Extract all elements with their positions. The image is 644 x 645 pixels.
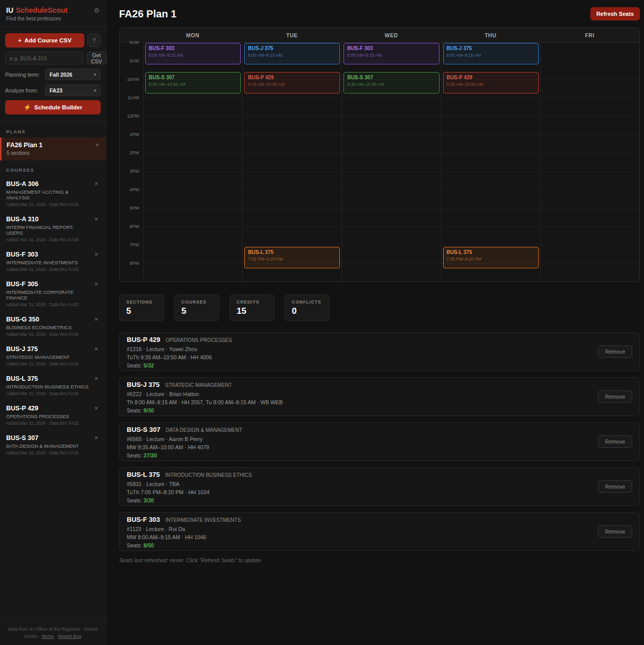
event-time: 7:05 PM–8:20 PM (248, 257, 336, 262)
sidebar: IU ScheduleScout ⚙ Find the best profess… (0, 0, 106, 645)
close-icon[interactable]: × (93, 345, 100, 352)
seats-value: 3/30 (144, 497, 154, 503)
course-code: BUS-L 375 (6, 375, 90, 382)
calendar-event-bus-f-303[interactable]: BUS-F 3038:00 AM–9:15 AM (145, 43, 241, 64)
settings-gear-icon[interactable]: ⚙ (94, 7, 100, 14)
refresh-seats-button[interactable]: Refresh Seats (590, 7, 640, 20)
close-icon[interactable]: × (93, 251, 100, 258)
course-list: BUS-A 306 MANAGEMENT ACCTING & ANALYSIS … (0, 176, 106, 459)
section-meeting: MW 8:00 AM–9:15 AM · HH 1046 (127, 534, 598, 540)
planning-term-select[interactable]: Fall 2026 ▾ (45, 68, 101, 80)
section-meeting: Th 8:00 AM–9:15 AM · HH 2057, Tu 8:00 AM… (127, 399, 598, 405)
course-list-item[interactable]: BUS-J 375 STRATEGIC MANAGEMENT Added Mar… (0, 341, 106, 371)
time-label: 9AM (129, 58, 139, 63)
calendar-event-bus-f-303[interactable]: BUS-F 3038:00 AM–9:15 AM (343, 43, 439, 64)
calendar-event-bus-j-375[interactable]: BUS-J 3758:00 AM–9:15 AM (443, 43, 539, 64)
course-title: BUSINESS ECONOMETRICS (6, 325, 90, 330)
course-list-item[interactable]: BUS-S 307 DATA DESIGN & MANAGEMENT Added… (0, 430, 106, 459)
course-meta: Added Mar 31, 2026 · Data thru FA25 (6, 421, 90, 426)
stat-label: SECTIONS (126, 300, 157, 305)
stat-label: COURSES (181, 300, 212, 305)
section-course-title: INTRODUCTION BUSINESS ETHICS (165, 472, 251, 478)
stat-card: CONFLICTS 0 (285, 294, 330, 321)
course-list-item[interactable]: BUS-A 306 MANAGEMENT ACCTING & ANALYSIS … (0, 176, 106, 211)
close-icon[interactable]: × (93, 216, 100, 222)
calendar-event-bus-p-429[interactable]: BUS-P 4299:35 AM–10:50 AM (443, 72, 539, 94)
schedule-builder-label: Schedule Builder (34, 104, 82, 110)
seats-label: Seats: (127, 407, 142, 413)
analyze-from-value: FA23 (50, 87, 94, 94)
time-label: 12PM (127, 113, 139, 119)
close-icon[interactable]: × (93, 405, 100, 411)
section-course-code: BUS-L 375 (127, 471, 160, 478)
close-icon[interactable]: × (94, 142, 101, 148)
calendar-event-bus-s-307[interactable]: BUS-S 3079:35 AM–10:50 AM (343, 72, 439, 94)
close-icon[interactable]: × (93, 281, 100, 287)
day-header-fri: FRI (540, 28, 639, 42)
main-content: FA26 Plan 1 Refresh Seats MONTUEWEDTHUFR… (106, 0, 644, 645)
event-course-code: BUS-L 375 (248, 249, 336, 255)
seats-value: 8/50 (144, 542, 154, 548)
remove-section-button[interactable]: Remove (598, 390, 632, 403)
lightning-bolt-icon: ⚡ (24, 104, 31, 111)
seats-refresh-note: Seats last refreshed: never. Click "Refr… (119, 557, 640, 563)
seats-label: Seats: (127, 452, 142, 458)
get-csv-button[interactable]: Get CSV (86, 52, 107, 64)
calendar-event-bus-j-375[interactable]: BUS-J 3758:00 AM–9:15 AM (244, 43, 340, 64)
stat-value: 0 (292, 306, 323, 316)
plan-name: FA26 Plan 1 (7, 142, 94, 149)
analyze-from-label: Analyze from: (5, 87, 42, 94)
course-code: BUS-F 303 (6, 251, 90, 258)
time-label: 1PM (129, 132, 139, 137)
calendar-event-bus-s-307[interactable]: BUS-S 3079:35 AM–10:50 AM (145, 72, 241, 94)
course-meta: Added Mar 31, 2026 · Data thru FA25 (6, 267, 90, 272)
event-course-code: BUS-P 429 (447, 75, 535, 80)
section-card: BUS-L 375 INTRODUCTION BUSINESS ETHICS #… (119, 467, 640, 506)
stat-card: SECTIONS 5 (119, 294, 164, 321)
remove-section-button[interactable]: Remove (598, 525, 632, 538)
section-course-code: BUS-S 307 (127, 426, 160, 433)
event-course-code: BUS-J 375 (447, 45, 535, 51)
day-column-mon: BUS-F 3038:00 AM–9:15 AMBUS-S 3079:35 AM… (143, 42, 242, 282)
plan-item-fa26-plan-1[interactable]: FA26 Plan 1 5 sections × (0, 137, 106, 160)
event-time: 9:35 AM–10:50 AM (248, 82, 336, 87)
course-list-item[interactable]: BUS-L 375 INTRODUCTION BUSINESS ETHICS A… (0, 371, 106, 400)
terms-link[interactable]: Terms (41, 634, 54, 639)
chevron-down-icon: ▾ (94, 72, 96, 77)
course-search-input[interactable] (5, 52, 83, 64)
remove-section-button[interactable]: Remove (598, 435, 632, 448)
day-column-thu: BUS-J 3758:00 AM–9:15 AMBUS-P 4299:35 AM… (441, 42, 540, 282)
event-time: 8:00 AM–9:15 AM (149, 53, 237, 58)
sidebar-controls: +Add Course CSV ? Get CSV Planning term:… (0, 27, 106, 122)
help-button[interactable]: ? (87, 34, 101, 47)
time-label: 3PM (129, 169, 139, 174)
course-code: BUS-J 375 (6, 345, 90, 353)
course-list-item[interactable]: BUS-P 429 OPERATIONS PROCESSES Added Mar… (0, 400, 106, 430)
close-icon[interactable]: × (93, 375, 100, 382)
event-time: 9:35 AM–10:50 AM (347, 82, 435, 87)
event-course-code: BUS-J 375 (248, 45, 336, 51)
stat-card: COURSES 5 (174, 294, 219, 321)
schedule-builder-button[interactable]: ⚡Schedule Builder (5, 100, 101, 114)
course-list-item[interactable]: BUS-G 350 BUSINESS ECONOMETRICS Added Ma… (0, 311, 106, 341)
time-axis: 8AM9AM10AM11AM12PM1PM2PM3PM4PM5PM6PM7PM8… (120, 42, 143, 282)
calendar-event-bus-l-375[interactable]: BUS-L 3757:05 PM–8:20 PM (443, 247, 539, 268)
event-course-code: BUS-L 375 (447, 249, 535, 255)
close-icon[interactable]: × (93, 316, 100, 322)
report-bug-link[interactable]: Report Bug (58, 634, 81, 639)
stat-card: CREDITS 15 (229, 294, 274, 321)
add-course-csv-button[interactable]: +Add Course CSV (5, 33, 84, 48)
seats-value: 9/30 (144, 407, 154, 413)
remove-section-button[interactable]: Remove (598, 345, 632, 358)
planning-term-value: Fall 2026 (50, 72, 94, 78)
calendar-event-bus-p-429[interactable]: BUS-P 4299:35 AM–10:50 AM (244, 72, 340, 94)
close-icon[interactable]: × (93, 180, 100, 187)
event-time: 7:05 PM–8:20 PM (447, 257, 535, 262)
course-list-item[interactable]: BUS-A 310 INTERM FINANCIAL REPORT: USERS… (0, 211, 106, 246)
remove-section-button[interactable]: Remove (598, 480, 632, 493)
close-icon[interactable]: × (93, 434, 100, 441)
analyze-from-select[interactable]: FA23 ▾ (45, 84, 101, 96)
course-list-item[interactable]: BUS-F 305 INTERMEDIATE CORPORATE FINANCE… (0, 276, 106, 311)
calendar-event-bus-l-375[interactable]: BUS-L 3757:05 PM–8:20 PM (244, 247, 340, 268)
course-list-item[interactable]: BUS-F 303 INTERMEDIATE INVESTMENTS Added… (0, 246, 106, 276)
